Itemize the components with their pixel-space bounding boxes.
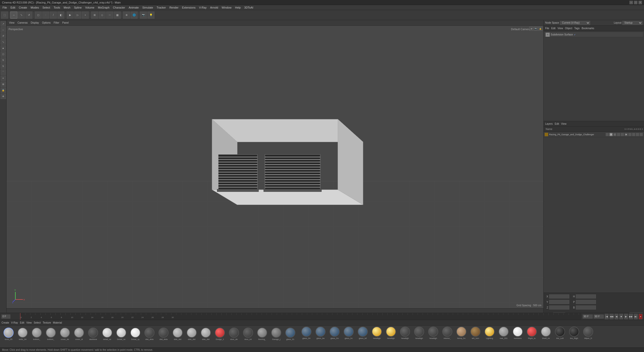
status-x[interactable] — [639, 133, 643, 136]
mat-item-26[interactable]: headligh — [370, 327, 383, 340]
vp-icon-expand[interactable]: ⊞ — [529, 27, 533, 31]
vp-filter-menu[interactable]: Filter — [53, 21, 60, 25]
menu-select[interactable]: Select — [41, 6, 52, 10]
vp-icon-lock[interactable]: 🔒 — [538, 27, 542, 31]
status-visible[interactable]: ■ — [609, 133, 613, 136]
start-frame-input[interactable] — [2, 315, 10, 319]
edge-mode[interactable]: / — [50, 12, 57, 19]
sb-tool5[interactable]: ⌒ — [1, 69, 6, 75]
menu-character[interactable]: Character — [111, 6, 127, 10]
mat-item-20[interactable]: glass_01 — [284, 328, 297, 340]
p-rotation-input[interactable] — [576, 300, 596, 304]
attr-file[interactable]: File — [545, 27, 549, 30]
y-position-input[interactable] — [549, 300, 569, 304]
status-solo[interactable] — [606, 133, 609, 136]
mat-item-8[interactable]: Detail_ve — [115, 328, 128, 340]
object-mode[interactable]: ◻ — [35, 12, 42, 19]
status-e[interactable] — [636, 133, 639, 136]
play-fwd-btn[interactable]: ▶ — [624, 314, 628, 319]
sb-select[interactable]: ↗ — [1, 21, 6, 27]
mat-view[interactable]: View — [26, 321, 32, 324]
attr-edit[interactable]: Edit — [551, 27, 555, 30]
end-frame[interactable] — [594, 315, 604, 319]
render-active[interactable]: ▷ — [74, 12, 81, 19]
mat-item-35[interactable]: mat_201 — [497, 327, 510, 340]
mat-item-19[interactable]: Garage_j — [270, 328, 283, 340]
mat-item-14[interactable]: disk_det — [199, 328, 212, 340]
mat-item-0[interactable]: tools_05 — [2, 328, 15, 340]
layout-select[interactable]: Startup — [622, 21, 642, 25]
vp-display-menu[interactable]: Display — [30, 21, 40, 25]
mat-item-12[interactable]: disk_det — [171, 328, 184, 340]
vp-icon-camera[interactable]: 📷 — [534, 27, 538, 31]
menu-tracker[interactable]: Tracker — [155, 6, 168, 10]
sb-rotate[interactable]: ↺ — [1, 33, 6, 39]
mat-item-33[interactable]: left_furn — [469, 327, 482, 340]
menu-3dtoai[interactable]: 3DToAI — [243, 6, 255, 10]
mat-item-11[interactable]: dial_deta — [157, 328, 170, 340]
close-button[interactable]: ✕ — [638, 1, 642, 4]
snap-vertex[interactable]: ◇ — [99, 12, 106, 19]
world-local-btn[interactable]: 🌐 — [131, 12, 138, 19]
sb-tool9[interactable]: ⊕ — [1, 94, 6, 99]
mat-select[interactable]: Select — [34, 321, 41, 324]
mat-item-23[interactable]: glass_fro — [328, 327, 341, 340]
mat-item-2[interactable]: bottom_ — [30, 328, 43, 340]
mat-item-3[interactable]: bottom_ — [44, 328, 57, 340]
mat-item-9[interactable]: Detail_vy — [129, 328, 142, 340]
mat-item-21[interactable]: glass_04 — [300, 327, 313, 340]
status-anim[interactable]: ▶ — [624, 133, 628, 136]
mat-item-36[interactable]: numbers — [511, 327, 524, 340]
mat-item-28[interactable]: headligh — [398, 327, 412, 340]
goto-end-btn[interactable]: ▶| — [634, 314, 638, 319]
mat-item-22[interactable]: glass_ba — [314, 327, 327, 340]
menu-animate[interactable]: Animate — [127, 6, 140, 10]
snap-grid[interactable]: ⊞ — [91, 12, 98, 19]
status-d[interactable] — [632, 133, 635, 136]
sb-move[interactable]: ↔ — [1, 27, 6, 33]
snap-face[interactable]: ▦ — [114, 12, 121, 19]
mat-item-16[interactable]: door_de — [227, 328, 240, 340]
mat-item-38[interactable]: Shelf_mi — [539, 327, 552, 340]
status-motion[interactable] — [617, 133, 620, 136]
sb-tool1[interactable]: ▲ — [1, 45, 6, 51]
menu-modes[interactable]: Modes — [29, 6, 41, 10]
3d-viewport[interactable]: Perspective Default Camera ** Grid Spaci… — [7, 26, 543, 308]
menu-simulate[interactable]: Simulate — [141, 6, 155, 10]
menu-file[interactable]: File — [1, 6, 9, 10]
menu-render[interactable]: Render — [168, 6, 180, 10]
sb-scale[interactable]: ⤡ — [1, 39, 6, 45]
polygon-mode[interactable]: ◧ — [57, 12, 64, 19]
goto-start-btn[interactable]: |◀ — [605, 314, 609, 319]
step-fwd-btn[interactable]: ▶▶ — [629, 314, 633, 319]
minimize-button[interactable]: ─ — [629, 1, 633, 4]
move-tool[interactable]: ↔ — [10, 12, 17, 19]
vp-cameras-menu[interactable]: Cameras — [17, 21, 29, 25]
menu-vray[interactable]: V-Ray — [197, 6, 208, 10]
play-back-btn[interactable]: ◀ — [615, 314, 618, 319]
menu-arnold[interactable]: Arnold — [209, 6, 220, 10]
mat-item-40[interactable]: tire_Righ — [568, 327, 581, 340]
maximize-button[interactable]: □ — [634, 1, 637, 4]
x-position-input[interactable] — [549, 294, 569, 298]
node-space-select[interactable]: Current (V-Ray) — [560, 21, 590, 25]
sb-tool4[interactable]: S — [1, 63, 6, 69]
step-back-btn[interactable]: ◀◀ — [610, 314, 614, 319]
mat-item-39[interactable]: tire_Left — [553, 327, 567, 340]
mat-material[interactable]: Material — [53, 321, 62, 324]
b-rotation-input[interactable] — [576, 305, 596, 310]
mat-item-31[interactable]: interior_ — [441, 327, 454, 340]
camera-btn[interactable]: 📷 — [140, 12, 147, 19]
mat-item-5[interactable]: cover_di — [72, 328, 86, 340]
obj-row-main[interactable]: Racing_Pit_Garage_and_Dodge_Challenger ■… — [544, 132, 644, 137]
menu-create[interactable]: Create — [17, 6, 29, 10]
obj-view[interactable]: View — [561, 122, 567, 125]
mat-item-30[interactable]: headligh — [427, 327, 440, 340]
mat-item-15[interactable]: Dodge_1 — [213, 328, 226, 340]
mat-item-32[interactable]: hemp_frc — [455, 327, 468, 340]
obj-layers[interactable]: Layers — [545, 122, 553, 125]
rotate-tool[interactable]: ↺ — [25, 12, 32, 19]
status-g[interactable] — [628, 133, 632, 136]
attr-bookmarks[interactable]: Bookmarks — [582, 27, 594, 30]
vp-view-menu[interactable]: View — [8, 21, 16, 25]
